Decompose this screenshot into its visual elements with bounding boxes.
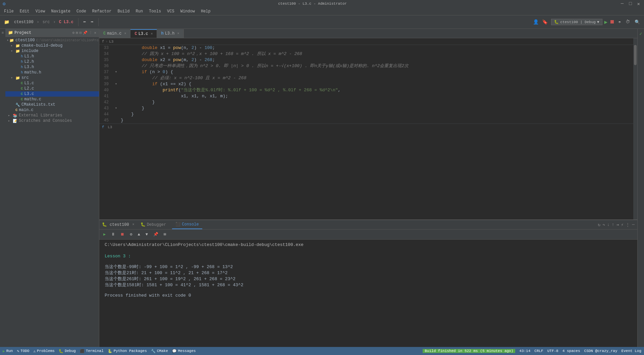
tree-L2h[interactable]: ▸ h L2.h xyxy=(5,59,99,64)
dbg-pause[interactable]: ⏸ xyxy=(110,231,116,238)
profile-icon[interactable]: ⏱ xyxy=(624,19,631,25)
menu-edit[interactable]: Edit xyxy=(17,8,32,14)
dbg-settings[interactable]: ⚙ xyxy=(128,231,133,238)
dbg-down[interactable]: ▼ xyxy=(144,232,149,238)
title-bar-controls: ─ □ ✕ xyxy=(620,1,641,7)
tree-L1c[interactable]: ▸ C L1.c xyxy=(5,81,99,86)
tree-L3h[interactable]: ▸ h L3.h xyxy=(5,64,99,70)
menu-build[interactable]: Build xyxy=(115,8,132,14)
tab-L3h-close[interactable]: × xyxy=(177,32,179,36)
dbg-pin[interactable]: 📌 xyxy=(152,231,160,238)
tree-include[interactable]: ▾ 📁 include xyxy=(5,48,99,54)
tree-external[interactable]: ▸ 📚 External Libraries xyxy=(5,113,99,118)
dbg-stop[interactable]: ⏹ xyxy=(119,231,126,238)
debug-rerun[interactable]: ↻ xyxy=(598,222,600,227)
tree-L3c[interactable]: ▸ C L3.c xyxy=(5,91,99,97)
dbg-restart[interactable]: ▶ xyxy=(102,231,107,238)
debug-more[interactable]: ⋮ xyxy=(626,222,630,227)
debug-config[interactable]: 🐛 ctest100 | Debug ▼ xyxy=(551,19,602,25)
dbg-expand[interactable]: ⊞ xyxy=(162,231,167,238)
run-button[interactable]: ▶ xyxy=(604,19,608,26)
tree-mainc[interactable]: ▸ C main.c xyxy=(5,107,99,113)
tree-cmake[interactable]: ▸ 🔧 CMakeLists.txt xyxy=(5,102,99,107)
debug-step-into[interactable]: ↓ xyxy=(607,222,610,227)
app-icon: ⚙ xyxy=(3,1,5,7)
tree-mathuc[interactable]: ▸ C mathu.c xyxy=(5,97,99,102)
status-run[interactable]: ▶ Run xyxy=(3,349,13,353)
debug-minimize[interactable]: ─ xyxy=(632,222,635,227)
maximize-button[interactable]: □ xyxy=(628,1,633,6)
scroll-thumb[interactable] xyxy=(634,45,637,65)
project-gear-icon[interactable]: ⋮ xyxy=(89,31,93,35)
menu-code[interactable]: Code xyxy=(74,8,89,14)
left-icon-1: ≡ xyxy=(2,30,4,36)
project-expand-icon[interactable]: ⊞ xyxy=(76,31,78,35)
tree-L1h[interactable]: ▸ h L1.h xyxy=(5,54,99,59)
project-settings-icon[interactable]: ⚙ xyxy=(72,31,75,35)
status-indent: 4 spaces xyxy=(562,349,580,353)
tab-mainc-close[interactable]: × xyxy=(124,32,126,36)
tree-mathuh[interactable]: ▸ h mathu.h xyxy=(5,70,99,75)
debug-step-out[interactable]: ↑ xyxy=(612,222,614,227)
menu-help[interactable]: Help xyxy=(198,8,213,14)
tree-L2c[interactable]: ▸ C L2.c xyxy=(5,86,99,91)
console-exit: Process finished with exit code 0 xyxy=(105,293,632,298)
navigate-forward[interactable]: ➡ xyxy=(89,18,95,26)
tab-mainc[interactable]: C main.c × xyxy=(99,29,130,38)
minimize-button[interactable]: ─ xyxy=(620,1,625,6)
file-link[interactable]: C L3.c xyxy=(58,19,75,25)
fold-arrow-37[interactable]: ▾ xyxy=(115,69,117,75)
fold-arrow-39[interactable]: ▾ xyxy=(115,81,117,87)
project-close-icon[interactable]: ✕ xyxy=(94,31,96,35)
menu-run[interactable]: Run xyxy=(133,8,146,14)
status-cmake[interactable]: 🔧 CMake xyxy=(151,349,168,353)
editor-with-scrollbar: f › L3 33 double x1 = pow(n, 2) - 100; 3… xyxy=(99,38,637,219)
status-event-log[interactable]: Event Log xyxy=(622,349,641,353)
src-link[interactable]: src xyxy=(41,19,51,25)
tab-mainc-label: main.c xyxy=(107,31,121,36)
search-everywhere-icon[interactable]: 🔍 xyxy=(633,19,641,26)
tree-scratches[interactable]: ▸ 📝 Scratches and Consoles xyxy=(5,118,99,123)
project-collapse-icon[interactable]: ⊟ xyxy=(79,31,82,35)
status-python[interactable]: 🐍 Python Packages xyxy=(108,349,147,353)
code-editor[interactable]: f › L3 33 double x1 = pow(n, 2) - 100; 3… xyxy=(99,38,633,219)
project-pin-icon[interactable]: 📌 xyxy=(83,31,88,35)
navigate-back[interactable]: ⬅ xyxy=(82,18,87,26)
status-debug[interactable]: 🐛 Debug xyxy=(59,349,76,353)
debugger-tab[interactable]: 🐛 Debugger xyxy=(137,220,170,229)
debug-evaluate[interactable]: ⚡ xyxy=(621,222,624,227)
console-tab[interactable]: ⬛ Console xyxy=(172,220,202,229)
menu-vcs[interactable]: VCS xyxy=(164,8,177,14)
status-todo[interactable]: ✎ TODO xyxy=(17,349,29,353)
menu-navigate[interactable]: Navigate xyxy=(48,8,73,14)
tab-L3c-close[interactable]: × xyxy=(151,32,153,36)
status-problems[interactable]: ⚠ Problems xyxy=(33,349,54,353)
menu-window[interactable]: Window xyxy=(178,8,198,14)
debug-run-to-cursor[interactable]: ⇥ xyxy=(616,222,619,227)
fold-arrow-43[interactable]: ▾ xyxy=(115,105,117,111)
tab-L3c[interactable]: C L3.c × xyxy=(130,29,157,38)
tab-L3h[interactable]: h L3.h × xyxy=(157,29,183,38)
status-terminal[interactable]: ⬛ Terminal xyxy=(80,349,104,353)
tree-src[interactable]: ▾ 📁 src xyxy=(5,75,99,81)
stop-button[interactable]: ⏹ xyxy=(609,19,615,25)
debug-tab-close[interactable]: × xyxy=(132,223,135,226)
coverage-icon[interactable]: ☂ xyxy=(617,19,622,26)
bookmark-icon[interactable]: 🔖 xyxy=(541,18,549,26)
status-right: Build finished in 522 ms (5 minutes ago)… xyxy=(423,349,641,353)
status-messages[interactable]: 💬 Messages xyxy=(172,349,196,353)
menu-view[interactable]: View xyxy=(33,8,48,14)
menu-refactor[interactable]: Refactor xyxy=(90,8,114,14)
menu-file[interactable]: File xyxy=(1,8,16,14)
editor-scrollbar[interactable] xyxy=(633,38,637,219)
tree-root[interactable]: ▾ 📁 ctest100 C:\Users\Administrator\CLio… xyxy=(5,38,99,43)
tab-L3h-icon: h xyxy=(161,31,163,36)
dbg-up[interactable]: ▲ xyxy=(136,232,141,238)
menu-tools[interactable]: Tools xyxy=(146,8,164,14)
close-button[interactable]: ✕ xyxy=(636,1,641,7)
console-content[interactable]: C:\Users\Administrator\CLionProjects\cte… xyxy=(99,240,637,347)
debug-toolbar: ▶ ⏸ ⏹ ⚙ ▲ ▼ 📌 ⊞ xyxy=(99,230,637,240)
project-selector[interactable]: 📁 xyxy=(3,19,11,26)
debug-step-over[interactable]: ↷ xyxy=(602,222,605,227)
tree-cmake-build[interactable]: ▸ 📁 cmake-build-debug xyxy=(5,43,99,48)
